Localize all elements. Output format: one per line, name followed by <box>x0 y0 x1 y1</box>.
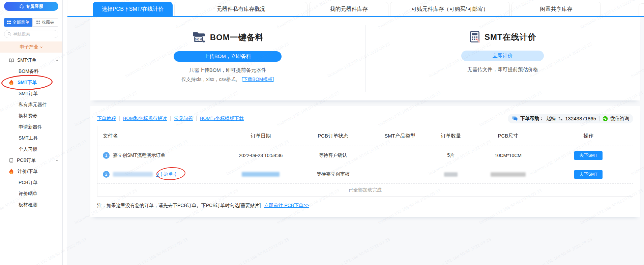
sidebar-menu: SMT订单 BOM备料 SMT下单 SMT订单 <box>0 53 62 210</box>
sidebar-item-personal-habits[interactable]: 个人习惯 <box>0 144 62 155</box>
sidebar-item-pcb-order-group[interactable]: PCB订单 <box>0 155 62 166</box>
table-row: 1 嘉立创SMT流程演示订单 2022-09-23 10:58:36 等待客户确… <box>97 146 633 165</box>
table-header-row: 文件名 订单日期 PCB订单状态 SMT产品类型 订单数量 PCB尺寸 操作 <box>97 126 633 146</box>
sidebar-item-board-test[interactable]: 板材检测 <box>0 199 62 210</box>
tab-private-stock-overview[interactable]: 元器件私有库存概况 <box>174 2 308 16</box>
bom-formats-text: 仅支持xls，xlsx，csv格式。 <box>181 77 240 82</box>
order-status: 等待客户确认 <box>296 152 371 158</box>
sidebar-item-bom-stock[interactable]: BOM备料 <box>0 66 62 77</box>
header-action: 操作 <box>544 133 633 139</box>
tab-mountable-stock[interactable]: 可贴元件库存（可购买/可邮寄） <box>390 2 510 16</box>
main-content: 选择PCB下SMT/在线计价 元器件私有库存概况 我的元器件库存 可贴元件库存（… <box>67 0 644 265</box>
tab-label: 可贴元件库存（可购买/可邮寄） <box>411 6 488 13</box>
redacted-size <box>491 172 526 177</box>
sidebar-item-material-coupon[interactable]: 换料费券 <box>0 110 62 121</box>
sidebar-gutter <box>63 0 67 265</box>
help-divider <box>599 116 599 121</box>
header-file-name: 文件名 <box>97 133 226 139</box>
bom-spec-link[interactable]: BOM和坐标规范解读 <box>123 116 167 122</box>
help-phone-number: 13243871865 <box>565 116 596 121</box>
sidebar-item-label: 换料费券 <box>19 113 37 119</box>
calculator-icon <box>469 31 480 43</box>
order-file-name: 嘉立创SMT流程演示订单 <box>113 152 166 158</box>
sidebar-item-label: BOM备料 <box>19 68 39 75</box>
fire-icon <box>9 80 14 85</box>
download-bom-template-link[interactable]: [下载BOM模板] <box>241 77 274 82</box>
search-icon <box>7 32 11 36</box>
service-button-area: 专属客服 <box>0 0 62 15</box>
bom-title-row: BOM BOM一键备料 <box>192 31 264 44</box>
order-file-link[interactable]: V <box>156 172 159 177</box>
quote-now-button[interactable]: 立即计价 <box>461 51 544 61</box>
go-pcb-order-link[interactable]: 立即前往 PCB下单>> <box>264 203 309 208</box>
industry-section-header[interactable]: 电子产业 <box>0 41 62 53</box>
tab-my-component-stock[interactable]: 我的元器件库存 <box>309 2 388 16</box>
order-note-text: 注：如果这里没有您的订单，请先去下PCB订单。下PCB订单时勾选[需要贴片] <box>97 203 261 208</box>
order-date: 2022-09-23 10:58:36 <box>226 153 295 158</box>
wechat-consult-link[interactable]: 微信咨询 <box>610 116 629 122</box>
search-input[interactable] <box>13 32 55 36</box>
tab-favorites[interactable]: 收藏夹 <box>32 18 58 27</box>
tab-idle-shared-stock[interactable]: 闲置共享库存 <box>511 2 601 16</box>
sidebar-item-apply-new-component[interactable]: 申请新器件 <box>0 121 62 132</box>
tab-all-menu[interactable]: 全部菜单 <box>4 18 32 27</box>
go-smt-button[interactable]: 去下SMT <box>574 170 602 179</box>
link-separator <box>196 116 197 121</box>
sidebar-item-quote-order[interactable]: 计价/下单 <box>0 166 62 177</box>
tab-label: 选择PCB下SMT/在线计价 <box>102 6 164 13</box>
nav-search-box[interactable] <box>4 30 58 38</box>
help-contact-name: 赵楠 <box>546 116 556 122</box>
row-number-badge: 2 <box>103 171 110 178</box>
table-row: 2 V (-返单-) 等待嘉立创审核 <box>97 165 633 183</box>
bom-line1: 只需上传BOM，即可提前备元器件 <box>189 67 266 73</box>
exclusive-service-button[interactable]: 专属客服 <box>4 2 58 11</box>
smt-order-page: 专属客服 全部菜单 收藏夹 <box>0 0 644 265</box>
sidebar-item-smt-place-order[interactable]: SMT下单 <box>0 77 62 88</box>
tab-favorites-label: 收藏夹 <box>42 20 55 25</box>
faq-link[interactable]: 常见问题 <box>174 116 193 122</box>
tab-label: 元器件私有库存概况 <box>217 6 265 13</box>
bom-smt-panel: BOM BOM一键备料 上传BOM，立即备料 只需上传BOM，即可提前备元器件 … <box>90 17 640 100</box>
sidebar-item-label: 板材检测 <box>19 202 37 208</box>
menu-mode-tabs: 全部菜单 收藏夹 <box>4 18 58 27</box>
upload-bom-button[interactable]: 上传BOM，立即备料 <box>174 51 282 62</box>
sidebar-item-smt-order-group[interactable]: SMT订单 <box>0 55 62 66</box>
tab-label: 闲置共享库存 <box>540 6 573 13</box>
redacted-date <box>242 172 280 177</box>
sidebar-item-review-orders[interactable]: 评价晒单 <box>0 188 62 199</box>
wechat-icon <box>603 116 608 121</box>
order-help-contact: 下单帮助： 赵楠 13243871865 <box>508 114 633 123</box>
link-separator <box>170 116 171 121</box>
headset-icon <box>19 4 24 9</box>
tab-partial[interactable] <box>639 3 644 16</box>
chat-icon <box>512 116 518 121</box>
reorder-link[interactable]: (-返单-) <box>160 171 176 177</box>
grid-icon <box>36 21 40 24</box>
chevron-down-icon <box>55 158 59 162</box>
sidebar: 专属客服 全部菜单 收藏夹 <box>0 0 63 265</box>
sidebar-item-label: PCB订单 <box>17 157 36 164</box>
bom-line2: 仅支持xls，xlsx，csv格式。 [下载BOM模板] <box>181 77 274 83</box>
order-size: 10CM*10CM <box>472 153 544 158</box>
sidebar-item-smt-tools[interactable]: SMT工具 <box>0 132 62 144</box>
redacted-qty <box>444 172 458 177</box>
smt-title-row: SMT在线计价 <box>469 31 536 43</box>
sidebar-item-label: PCB订单 <box>19 180 38 186</box>
tab-select-pcb-smt[interactable]: 选择PCB下SMT/在线计价 <box>93 2 173 16</box>
sidebar-item-private-lib-components[interactable]: 私有库元器件 <box>0 99 62 110</box>
sidebar-item-smt-orders[interactable]: SMT订单 <box>0 88 62 99</box>
bom-section: BOM BOM一键备料 上传BOM，立即备料 只需上传BOM，即可提前备元器件 … <box>90 17 365 100</box>
fire-icon <box>9 169 14 174</box>
bom-title: BOM一键备料 <box>210 32 264 43</box>
sidebar-item-label: 个人习惯 <box>19 146 37 152</box>
phone-icon <box>558 116 563 121</box>
chevron-down-icon <box>40 46 43 49</box>
go-smt-button[interactable]: 去下SMT <box>574 151 602 160</box>
order-tutorial-link[interactable]: 下单教程 <box>97 116 116 122</box>
redacted-file-name <box>113 172 153 177</box>
sidebar-item-pcb-orders[interactable]: PCB订单 <box>0 177 62 188</box>
smt-title: SMT在线计价 <box>485 32 536 42</box>
bom-template-download-link[interactable]: BOM与坐标模版下载 <box>200 116 244 122</box>
sidebar-item-label: SMT订单 <box>17 57 37 63</box>
bom-folder-icon: BOM <box>192 31 206 44</box>
